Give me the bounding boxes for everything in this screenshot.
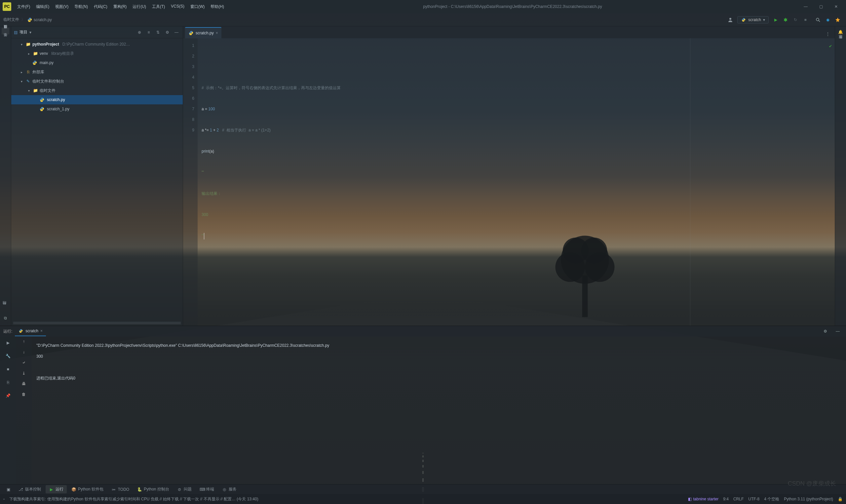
tree-external-libs[interactable]: ▸ ⎘ 外部库 [11, 67, 183, 77]
tool-tab-toggle-icon[interactable]: ▣ [3, 486, 14, 493]
tree-venv[interactable]: ▸ 📁 venv library根目录 [11, 49, 183, 58]
structure-icon[interactable]: ⧉ [1, 314, 10, 322]
menu-item[interactable]: 运行(U) [130, 3, 149, 11]
project-view-dropdown-icon[interactable]: ▾ [30, 30, 31, 35]
line-separator[interactable]: CRLF [733, 497, 743, 501]
status-tip-icon[interactable]: ▫ [3, 497, 5, 501]
svg-point-8 [816, 18, 819, 21]
pin-tab-icon[interactable]: 📌 [3, 392, 13, 399]
ide-settings-button[interactable]: ◉ [824, 16, 832, 24]
select-opened-file-icon[interactable]: ⊕ [136, 29, 143, 36]
panel-settings-icon[interactable]: ⚙ [163, 29, 171, 36]
bookmarks-tool-tab[interactable]: 书签 [2, 36, 9, 43]
project-tree[interactable]: ▾ 📁 pythonProject D:\PyCharm Community E… [11, 38, 183, 322]
menu-item[interactable]: VCS(S) [168, 3, 187, 11]
rerun-button[interactable]: ▶ [3, 339, 13, 346]
services-tab[interactable]: ◎服务 [219, 485, 240, 493]
breadcrumb-file[interactable]: scratch.py [34, 18, 52, 22]
expand-icon[interactable]: ▸ [19, 70, 24, 74]
folder-icon: 📁 [32, 88, 38, 93]
code-area[interactable]: ✔ # 示例：*=。运算时，符号右侧的表达式先计算出结果，再与左边变量的值运算 … [198, 38, 835, 326]
dump-threads-icon[interactable]: ⎘ [3, 379, 13, 386]
debug-button[interactable] [781, 16, 790, 24]
user-icon[interactable] [726, 16, 735, 24]
run-settings-icon[interactable]: ⚙ [821, 327, 829, 336]
up-stack-icon[interactable]: ↑ [23, 339, 25, 344]
close-tab-icon[interactable]: × [40, 329, 42, 333]
tree-scratches-folder[interactable]: ▾ 📁 临时文件 [11, 86, 183, 95]
editor-body[interactable]: 123456789 ✔ # 示例：*=。运算时，符号右侧的表达式先计算出结果，再… [183, 38, 835, 326]
python-interpreter[interactable]: Python 3.11 (pythonProject) [784, 497, 833, 501]
horizontal-scrollbar[interactable] [13, 322, 181, 324]
run-tab[interactable]: scratch × [15, 326, 46, 336]
breadcrumb[interactable]: 临时文件 〉 scratch.py [3, 17, 52, 22]
run-tab-bottom[interactable]: ▶运行 [46, 485, 67, 493]
stop-run-button[interactable]: ■ [3, 366, 13, 373]
python-packages-tab[interactable]: 📦Python 软件包 [68, 485, 107, 493]
menu-bar: 文件(F)编辑(E)视图(V)导航(N)代码(C)重构(R)运行(U)工具(T)… [15, 3, 227, 11]
menu-item[interactable]: 窗口(W) [188, 3, 207, 11]
problems-tab[interactable]: ⊘问题 [174, 485, 195, 493]
coverage-button[interactable]: ↻ [791, 16, 800, 24]
minimize-button[interactable]: ― [798, 2, 813, 11]
close-button[interactable]: ✕ [829, 2, 843, 11]
expand-icon[interactable]: ▾ [19, 79, 24, 83]
clear-icon[interactable]: 🗑 [22, 392, 26, 397]
run-tab-label: scratch [25, 329, 38, 333]
tree-scratches-root[interactable]: ▾ ✎ 临时文件和控制台 [11, 77, 183, 86]
tree-root[interactable]: ▾ 📁 pythonProject D:\PyCharm Community E… [11, 40, 183, 49]
run-config-icon[interactable]: 🔧 [3, 353, 13, 360]
expand-icon[interactable]: ▸ [27, 52, 31, 55]
tree-scratch1-py[interactable]: scratch_1.py [11, 104, 183, 114]
breadcrumb-root[interactable]: 临时文件 [3, 17, 19, 22]
print-icon[interactable]: 🖶 [22, 381, 26, 386]
soft-wrap-icon[interactable]: ⤶ [22, 360, 25, 365]
expand-icon[interactable]: ▾ [27, 89, 31, 92]
down-stack-icon[interactable]: ↓ [23, 350, 25, 354]
tabnine-widget[interactable]: ◧tabnine starter [688, 497, 719, 501]
editor-tab-scratch[interactable]: scratch.py × [185, 27, 222, 38]
indent-settings[interactable]: 4 个空格 [764, 497, 779, 502]
status-message[interactable]: 下载预构建共享索引: 使用预构建的Python 软件包共享索引减少索引时间和 C… [9, 497, 258, 502]
menu-item[interactable]: 导航(N) [72, 3, 91, 11]
hide-run-icon[interactable]: ― [833, 327, 842, 336]
project-tool-tab[interactable]: 项目 [2, 28, 9, 34]
search-button[interactable] [814, 16, 822, 24]
caret-position[interactable]: 9:4 [723, 497, 729, 501]
tree-main-py[interactable]: main.py [11, 58, 183, 67]
inspection-ok-icon[interactable]: ✔ [829, 41, 832, 52]
menu-item[interactable]: 视图(V) [53, 3, 71, 11]
run-button[interactable]: ▶ [771, 16, 780, 24]
file-encoding[interactable]: UTF-8 [748, 497, 759, 501]
readonly-lock-icon[interactable]: 🔒 [838, 497, 843, 501]
collapse-all-icon[interactable]: ⇅ [154, 29, 162, 36]
database-tool-tab[interactable]: 数据库 [837, 38, 844, 45]
menu-item[interactable]: 重构(R) [111, 3, 129, 11]
python-console-tab[interactable]: 🐍Python 控制台 [134, 485, 173, 493]
csdn-watermark: CSDN @废柴成长 [788, 480, 836, 487]
menu-item[interactable]: 编辑(E) [33, 3, 52, 11]
vcs-tab[interactable]: ⎇版本控制 [15, 485, 44, 493]
menu-item[interactable]: 文件(F) [15, 3, 33, 11]
plugin-button[interactable] [833, 16, 842, 24]
menu-item[interactable]: 工具(T) [149, 3, 168, 11]
run-config-selector[interactable]: scratch ▾ [737, 16, 769, 23]
close-tab-icon[interactable]: × [216, 31, 218, 35]
notifications-icon[interactable]: 🔔 [836, 28, 845, 36]
terminal-tab[interactable]: ⌨终端 [196, 485, 217, 493]
structure-tool-tab[interactable]: 结构 [1, 305, 11, 311]
tree-item-label: 临时文件 [40, 88, 55, 93]
maximize-button[interactable]: ▢ [814, 2, 828, 11]
menu-item[interactable]: 代码(C) [91, 3, 110, 11]
scroll-end-icon[interactable]: ⤓ [22, 371, 25, 376]
hide-panel-icon[interactable]: ― [173, 29, 180, 36]
menu-item[interactable]: 帮助(H) [208, 3, 227, 11]
tree-scratch-py[interactable]: scratch.py [11, 95, 183, 104]
todo-tab[interactable]: ≔TODO [108, 486, 133, 493]
console-output[interactable]: "D:\PyCharm Community Edition 2022.3\pyt… [32, 337, 846, 484]
expand-icon[interactable]: ▾ [19, 42, 24, 46]
expand-all-icon[interactable]: ≡ [145, 29, 152, 36]
project-panel-title: 项目 [19, 30, 28, 35]
editor-more-icon[interactable]: ⋮ [824, 30, 832, 38]
stop-button[interactable]: ■ [801, 16, 810, 24]
